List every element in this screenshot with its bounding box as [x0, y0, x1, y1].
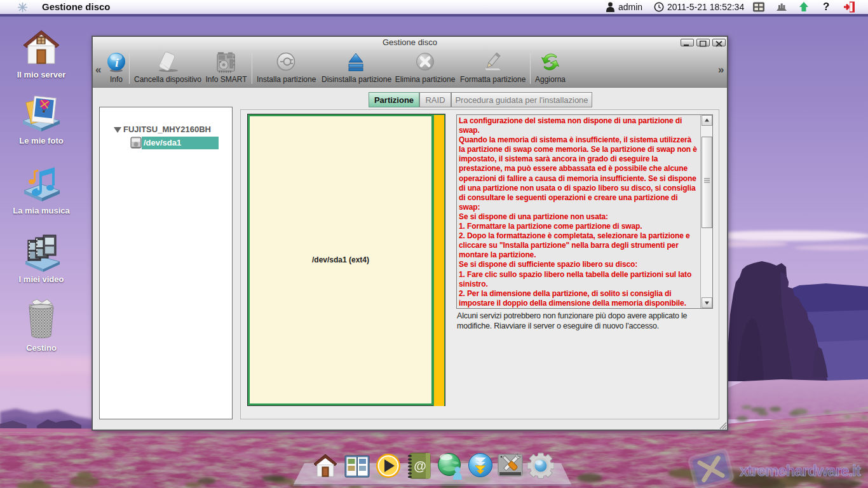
- svg-text:@: @: [414, 459, 426, 473]
- svg-text:xtremehardware.it: xtremehardware.it: [740, 462, 861, 479]
- svg-text:i: i: [115, 56, 119, 69]
